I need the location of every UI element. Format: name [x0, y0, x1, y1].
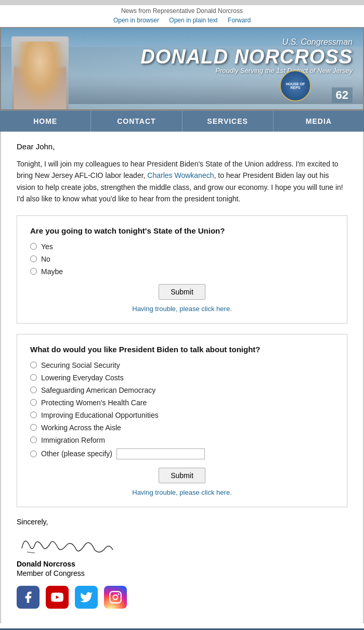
survey2-option-2: Safeguarding American Democracy	[30, 386, 334, 394]
survey1-radio-yes[interactable]	[30, 243, 37, 250]
notice-text: News from Representative Donald Norcross	[121, 7, 243, 15]
survey2-radio-0[interactable]	[30, 362, 37, 368]
survey2-option-7: Other (please specify)	[30, 448, 334, 459]
survey-1-section: Are you going to watch tonight's State o…	[17, 215, 347, 324]
survey-2-section: What do would you like President Biden t…	[17, 334, 347, 507]
survey2-radio-6[interactable]	[30, 436, 37, 443]
survey2-label-3[interactable]: Protecting Women's Health Care	[41, 398, 147, 407]
survey2-submit-row: Submit	[30, 468, 334, 483]
svg-rect-1	[110, 592, 121, 603]
svg-point-3	[118, 593, 119, 595]
person-silhouette	[14, 42, 66, 109]
survey2-trouble-link[interactable]: Having trouble, please click here.	[30, 488, 334, 496]
banner-number: 62	[332, 87, 353, 103]
survey1-option-1: No	[30, 255, 334, 263]
survey2-label-4[interactable]: Improving Educational Opportunities	[41, 411, 159, 419]
survey2-other-input[interactable]	[116, 448, 205, 459]
survey1-label-maybe[interactable]: Maybe	[41, 267, 63, 276]
survey2-radio-2[interactable]	[30, 387, 37, 393]
survey2-submit-button[interactable]: Submit	[159, 468, 205, 483]
banner-serving: Proudly Serving the 1st District of New …	[140, 67, 353, 74]
survey-2-question: What do would you like President Biden t…	[30, 345, 334, 354]
nav-contact[interactable]: CONTACT	[91, 111, 182, 132]
survey2-option-0: Securing Social Security	[30, 361, 334, 369]
twitter-icon[interactable]	[75, 586, 98, 609]
survey2-radio-3[interactable]	[30, 399, 37, 406]
instagram-icon[interactable]	[104, 586, 127, 609]
survey2-radio-7[interactable]	[30, 451, 37, 457]
survey2-radio-1[interactable]	[30, 374, 37, 381]
survey1-trouble-link[interactable]: Having trouble, please click here.	[30, 305, 334, 313]
open-browser-link[interactable]: Open in browser	[113, 17, 159, 24]
survey1-submit-row: Submit	[30, 284, 334, 300]
greeting: Dear John,	[17, 142, 347, 151]
survey1-radio-maybe[interactable]	[30, 268, 37, 275]
nav-home[interactable]: HOME	[0, 111, 91, 132]
survey1-option-0: Yes	[30, 242, 334, 251]
banner-name: DONALD NORCROSS	[140, 47, 353, 67]
survey1-submit-button[interactable]: Submit	[159, 284, 205, 300]
social-icons-row	[17, 586, 347, 609]
house-seal: HOUSE OFREPS	[280, 70, 311, 101]
footer-offices: Washington, DC Office 2427 Rayburn House…	[0, 628, 364, 630]
top-links-bar: Open in browser Open in plain text Forwa…	[0, 16, 364, 27]
nav-services[interactable]: SERVICES	[183, 111, 274, 132]
top-notice: News from Representative Donald Norcross	[0, 5, 364, 16]
survey2-option-6: Immigration Reform	[30, 436, 334, 444]
facebook-icon[interactable]	[17, 586, 40, 609]
congressman-photo	[11, 36, 69, 109]
signature-area	[17, 529, 347, 558]
survey2-label-2[interactable]: Safeguarding American Democracy	[41, 386, 155, 394]
sincerely-text: Sincerely,	[17, 518, 347, 526]
signer-name: Donald Norcross	[17, 560, 347, 568]
survey-1-question: Are you going to watch tonight's State o…	[30, 226, 334, 235]
signature-svg	[17, 530, 121, 556]
survey2-option-3: Protecting Women's Health Care	[30, 398, 334, 407]
navigation-bar: HOME CONTACT SERVICES MEDIA	[0, 110, 364, 132]
main-content: Dear John, Tonight, I will join my colle…	[0, 132, 364, 623]
survey1-label-yes[interactable]: Yes	[41, 242, 53, 251]
youtube-icon[interactable]	[46, 586, 69, 609]
survey2-label-7[interactable]: Other (please specify)	[41, 449, 112, 458]
banner-text: U.S. Congressman DONALD NORCROSS Proudly…	[140, 37, 353, 74]
survey2-option-4: Improving Educational Opportunities	[30, 411, 334, 419]
forward-link[interactable]: Forward	[228, 17, 251, 24]
signer-title: Member of Congress	[17, 569, 347, 577]
survey1-option-2: Maybe	[30, 267, 334, 276]
survey2-label-5[interactable]: Working Across the Aisle	[41, 423, 121, 432]
survey2-label-0[interactable]: Securing Social Security	[41, 361, 120, 369]
survey2-option-5: Working Across the Aisle	[30, 423, 334, 432]
intro-paragraph: Tonight, I will join my colleagues to he…	[17, 158, 347, 205]
charles-link[interactable]: Charles Wowkanech	[147, 171, 214, 179]
survey2-label-6[interactable]: Immigration Reform	[41, 436, 105, 444]
survey2-radio-4[interactable]	[30, 412, 37, 418]
open-plain-link[interactable]: Open in plain text	[169, 17, 217, 24]
survey2-option-1: Lowering Everyday Costs	[30, 374, 334, 382]
survey1-radio-no[interactable]	[30, 255, 37, 262]
seal-text: HOUSE OFREPS	[286, 82, 305, 89]
header-banner: U.S. Congressman DONALD NORCROSS Proudly…	[0, 27, 364, 110]
nav-media[interactable]: MEDIA	[274, 111, 364, 132]
svg-point-2	[113, 595, 118, 599]
survey2-radio-5[interactable]	[30, 424, 37, 431]
survey1-label-no[interactable]: No	[41, 255, 50, 263]
survey2-label-1[interactable]: Lowering Everyday Costs	[41, 374, 124, 382]
